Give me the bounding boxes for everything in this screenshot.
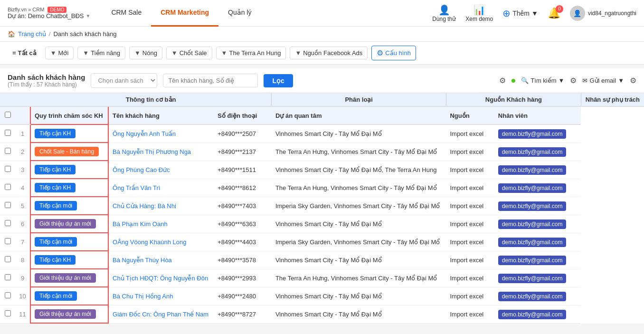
filter-icon-4: ▼	[171, 49, 178, 57]
row-name[interactable]: Ông Phùng Cao Đức	[108, 161, 214, 179]
row-project: The Terra An Hung, Vinhomes Smart City -…	[272, 179, 446, 197]
search-icon: 🔍	[521, 77, 529, 84]
list-header: Danh sách khách hàng (Tìm thấy : 57 Khác…	[0, 68, 644, 93]
breadcrumb-home[interactable]: Trang chủ	[18, 30, 46, 38]
settings-icon[interactable]: ⚙	[570, 76, 577, 85]
filter-chot-sale[interactable]: ▼ Chốt Sale	[166, 47, 212, 59]
user-avatar: 👤	[570, 6, 585, 21]
row-project: Vinhomes Smart City - Tây Mổ Đại Mổ	[272, 305, 446, 323]
process-badge[interactable]: Giới thiệu dự án mới	[35, 273, 96, 283]
row-source: Import excel	[446, 161, 494, 179]
table-settings-icon[interactable]: ⚙	[630, 76, 636, 85]
row-checkbox[interactable]	[0, 305, 15, 323]
select-list[interactable]: Chọn danh sách	[91, 73, 157, 88]
row-name[interactable]: Ông Nguyễn Anh Tuấn	[108, 124, 214, 143]
header-actions-right: ⚙ 🔍 Tìm kiếm ▼ ⚙ ✉ Gửi email ▼ ⚙	[499, 76, 636, 85]
th-project: Dự án quan tâm	[272, 106, 446, 124]
row-checkbox[interactable]	[0, 269, 15, 287]
filter-icon-btn[interactable]: ⚙	[499, 76, 506, 85]
filter-icon-6: ▼	[295, 49, 301, 57]
row-source: Import excel	[446, 251, 494, 269]
xem-demo-icon: 📊	[474, 4, 485, 16]
breadcrumb: 🏠 Trang chủ / Danh sách khách hàng	[0, 27, 644, 42]
row-checkbox[interactable]	[0, 143, 15, 161]
row-checkbox[interactable]	[0, 251, 15, 269]
loc-button[interactable]: Lọc	[264, 74, 293, 87]
list-title: Danh sách khách hàng	[8, 73, 85, 81]
row-phone: +8490***4403	[214, 233, 272, 251]
process-badge[interactable]: Tiếp cận mới	[35, 201, 77, 210]
row-checkbox[interactable]	[0, 287, 15, 305]
email-button[interactable]: ✉ Gửi email ▼	[582, 77, 624, 84]
filter-tiem-nang[interactable]: ▼ Tiềm năng	[77, 47, 125, 59]
row-staff: demo.bizfly@gmail.com	[494, 124, 581, 143]
row-name[interactable]: Bà Phạm Kim Oanh	[108, 215, 214, 233]
table-row: 8 Tiếp cận KH Bà Nguyễn Thúy Hòa +8490**…	[0, 251, 644, 269]
row-num: 5	[15, 197, 30, 215]
row-staff: demo.bizfly@gmail.com	[494, 305, 581, 323]
row-name[interactable]: Bà Nguyễn Thúy Hòa	[108, 251, 214, 269]
user-menu[interactable]: 👤 vid84_ngatruongthi	[570, 6, 636, 21]
nav-crm-marketing[interactable]: CRM Marketing	[151, 0, 218, 27]
row-checkbox[interactable]	[0, 124, 15, 143]
th-phan-loai: Phân loại	[272, 93, 446, 106]
process-badge[interactable]: Tiếp cận KH	[35, 129, 76, 138]
process-badge[interactable]: Tiếp cận KH	[35, 183, 76, 192]
row-checkbox[interactable]	[0, 197, 15, 215]
dung-thu-button[interactable]: 👤 Dùng thử	[432, 4, 456, 22]
filter-facebook[interactable]: ▼ Nguồn Facebook Ads	[290, 47, 368, 59]
filter-all[interactable]: ≡ Tất cả	[8, 47, 41, 59]
row-name[interactable]: OÂng Vöong Khaùnh Long	[108, 233, 214, 251]
row-checkbox[interactable]	[0, 179, 15, 197]
process-badge[interactable]: Tiếp cận mới	[35, 291, 77, 301]
row-source: Import excel	[446, 215, 494, 233]
filter-nong[interactable]: ▼ Nóng	[129, 47, 162, 59]
process-badge[interactable]: Chốt Sale - Bán hàng	[35, 147, 99, 156]
search-input[interactable]	[163, 74, 258, 87]
list-icon: ≡	[12, 49, 16, 57]
them-button[interactable]: ⊕ Thêm ▼	[502, 8, 538, 19]
row-checkbox[interactable]	[0, 215, 15, 233]
table-wrapper: Thông tin cơ bản Phân loại Nguồn Khách h…	[0, 93, 644, 324]
row-num: 8	[15, 251, 30, 269]
th-empty	[0, 93, 30, 106]
row-name[interactable]: Chủ Cửa Hàng: Bà Nhi	[108, 197, 214, 215]
filter-config[interactable]: ⚙ Cấu hình	[371, 46, 416, 60]
row-project: Vinhomes Smart City - Tây Mổ Đại Mổ	[272, 251, 446, 269]
row-name[interactable]: Ông Trần Văn Trì	[108, 179, 214, 197]
nav-quan-ly[interactable]: Quản lý	[218, 0, 261, 27]
row-process: Tiếp cận mới	[30, 197, 108, 215]
process-badge[interactable]: Giới thiệu dự án mới	[35, 219, 96, 229]
process-badge[interactable]: Tiếp cận KH	[35, 165, 76, 174]
search-button[interactable]: 🔍 Tìm kiếm ▼	[521, 77, 564, 84]
row-project: The Terra An Hưng, Vinhomes Smart City -…	[272, 143, 446, 161]
select-all-checkbox[interactable]	[5, 112, 11, 118]
search-dropdown-icon: ▼	[559, 77, 565, 84]
them-icon: ⊕	[502, 8, 511, 19]
filter-moi[interactable]: ▼ Mới	[45, 47, 74, 59]
project-name[interactable]: Dự án: Demo Chatbot_BĐS ▼	[8, 12, 90, 19]
row-source: Import excel	[446, 287, 494, 305]
row-name[interactable]: Bà Nguyễn Thị Phương Nga	[108, 143, 214, 161]
username: vid84_ngatruongthi	[588, 10, 636, 17]
th-checkbox	[0, 106, 15, 124]
row-staff: demo.bizfly@gmail.com	[494, 287, 581, 305]
process-badge[interactable]: Tiếp cận mới	[35, 237, 77, 247]
process-badge[interactable]: Giới thiệu dự án mới	[35, 309, 96, 319]
table-row: 11 Giới thiệu dự án mới Giám Đốc Cn: Ông…	[0, 305, 644, 323]
row-project: Vinhomes Smart City - Tây Mổ Đại Mổ, The…	[272, 161, 446, 179]
notification-button[interactable]: 🔔 0	[548, 7, 560, 19]
row-name[interactable]: Chủ Tịch HĐQT: Ông Nguyễn Đôn	[108, 269, 214, 287]
row-checkbox[interactable]	[0, 233, 15, 251]
notif-badge: 0	[556, 5, 563, 13]
row-checkbox[interactable]	[0, 161, 15, 179]
nav-crm-sale[interactable]: CRM Sale	[102, 0, 151, 27]
row-name[interactable]: Giám Đốc Cn: Ông Phan Thế Nam	[108, 305, 214, 323]
th-nhan-su: Nhân sự phụ trách	[581, 93, 644, 106]
filter-terra[interactable]: ▼ The Terra An Hung	[216, 47, 286, 59]
table-row: 4 Tiếp cận KH Ông Trần Văn Trì +8490***8…	[0, 179, 644, 197]
filter-bar: ≡ Tất cả ▼ Mới ▼ Tiềm năng ▼ Nóng ▼ Chốt…	[0, 42, 644, 65]
row-name[interactable]: Bà Chu Thị Hồng Anh	[108, 287, 214, 305]
process-badge[interactable]: Tiếp cận KH	[35, 255, 76, 265]
xem-demo-button[interactable]: 📊 Xem demo	[465, 4, 493, 22]
